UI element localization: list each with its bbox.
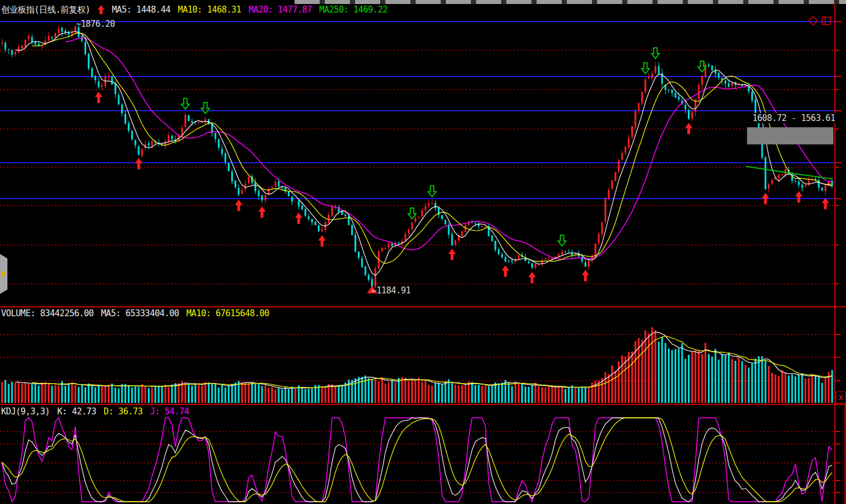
chart-tool-icons xyxy=(808,16,831,26)
ma5-legend: MA5: 1448.44 xyxy=(112,5,170,15)
low-price-label: ←1184.91 xyxy=(372,285,410,296)
kdj-name: KDJ(9,3,3) xyxy=(1,406,50,417)
sidebar-collapse-tab[interactable] xyxy=(0,254,7,294)
chart-title: 创业板指(日线.前复权) xyxy=(1,5,90,15)
close-indicator-button[interactable]: X xyxy=(836,392,846,404)
ma250-legend: MA250: 1469.22 xyxy=(319,5,387,15)
volume-value: VOLUME: 83442256.00 xyxy=(1,308,94,318)
kdj-d-value: D: 36.73 xyxy=(104,406,143,417)
expand-arrow-icon xyxy=(1,270,6,278)
kdj-k-value: K: 42.73 xyxy=(57,406,96,417)
split-window-icon[interactable] xyxy=(821,16,831,26)
high-price-label: ~1876.20 xyxy=(76,19,115,29)
kdj-legend: KDJ(9,3,3) K: 42.73 D: 36.73 J: 54.74 xyxy=(1,406,189,417)
gap-range-label: 1608.72 - 1563.61 xyxy=(751,113,836,123)
diamond-icon[interactable] xyxy=(808,16,818,26)
top-toolbar-edge xyxy=(295,0,846,4)
volume-ma5: MA5: 65333404.00 xyxy=(101,308,179,318)
main-legend: 创业板指(日线.前复权) MA5: 1448.44 MA10: 1468.31 … xyxy=(1,5,388,15)
ma20-legend: MA20: 1477.87 xyxy=(248,5,312,15)
chart-canvas[interactable] xyxy=(0,0,846,504)
trend-up-icon xyxy=(98,5,104,14)
stock-chart-window: 创业板指(日线.前复权) MA5: 1448.44 MA10: 1468.31 … xyxy=(0,0,846,504)
volume-legend: VOLUME: 83442256.00 MA5: 65333404.00 MA1… xyxy=(1,308,269,318)
ma10-legend: MA10: 1468.31 xyxy=(178,5,241,15)
volume-ma10: MA10: 67615648.00 xyxy=(187,308,269,318)
kdj-j-value: J: 54.74 xyxy=(150,406,189,417)
